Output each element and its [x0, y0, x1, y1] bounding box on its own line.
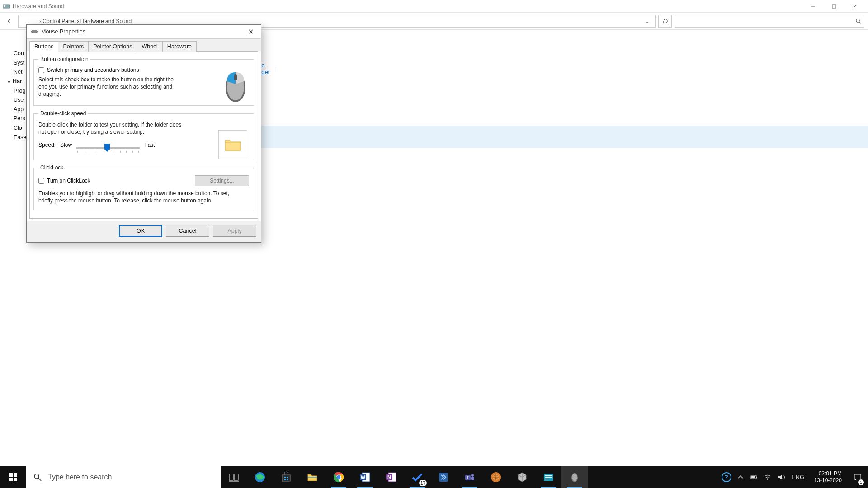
- svg-point-33: [337, 475, 340, 479]
- dialog-close-button[interactable]: [245, 26, 257, 37]
- mouse-icon: [30, 29, 38, 34]
- battery-icon[interactable]: [750, 473, 759, 482]
- speed-label: Speed:: [38, 142, 56, 148]
- svg-rect-18: [9, 478, 13, 481]
- nav-item[interactable]: Ease: [14, 133, 27, 142]
- group-doubleclick: Double-click speed Double-click the fold…: [33, 110, 254, 160]
- nav-item[interactable]: Clo: [14, 123, 27, 133]
- left-nav: Con Syst Net Har Prog Use App Pers Clo E…: [14, 49, 27, 142]
- cancel-button[interactable]: Cancel: [166, 225, 209, 237]
- clicklock-checkbox[interactable]: Turn on ClickLock: [38, 178, 90, 184]
- teams-icon[interactable]: T: [457, 466, 483, 488]
- svg-point-56: [767, 479, 768, 480]
- ok-button[interactable]: OK: [119, 225, 162, 237]
- svg-rect-14: [234, 74, 237, 80]
- group-description: Double-click the folder to test your set…: [38, 121, 188, 136]
- settings-window-icon[interactable]: [535, 466, 561, 488]
- group-clicklock: ClickLock Turn on ClickLock Settings... …: [33, 164, 254, 210]
- todo-badge: 17: [419, 480, 427, 486]
- tab-buttons[interactable]: Buttons: [29, 41, 58, 52]
- nav-item[interactable]: App: [14, 105, 27, 114]
- file-explorer-icon[interactable]: [299, 466, 326, 488]
- svg-rect-1: [4, 5, 5, 7]
- taskbar-apps: W N 17 T: [221, 466, 588, 488]
- svg-line-21: [38, 478, 41, 481]
- svg-rect-49: [545, 477, 552, 478]
- back-button[interactable]: [4, 15, 15, 27]
- word-icon[interactable]: W: [352, 466, 378, 488]
- svg-point-6: [856, 19, 859, 22]
- checkbox-input[interactable]: [38, 178, 44, 184]
- checkbox-label: Turn on ClickLock: [47, 178, 90, 184]
- taskbar-search[interactable]: Type here to search: [26, 466, 221, 488]
- maximize-button[interactable]: [824, 0, 844, 12]
- group-legend: ClickLock: [38, 164, 65, 171]
- tab-pointers[interactable]: Pointers: [58, 41, 89, 52]
- help-icon[interactable]: ?: [722, 472, 731, 482]
- svg-rect-57: [854, 474, 861, 479]
- notifications-button[interactable]: 1: [850, 466, 865, 488]
- app-icon-3d[interactable]: [509, 466, 535, 488]
- volume-icon[interactable]: [777, 473, 786, 482]
- svg-rect-19: [14, 478, 17, 481]
- speed-slider[interactable]: [76, 145, 140, 146]
- checkbox-input[interactable]: [38, 67, 44, 73]
- close-window-button[interactable]: [844, 0, 865, 12]
- svg-rect-27: [284, 477, 286, 478]
- minimize-button[interactable]: [803, 0, 824, 12]
- time: 02:01 PM: [814, 470, 842, 477]
- clock[interactable]: 02:01 PM 13-10-2020: [811, 470, 845, 484]
- svg-rect-22: [229, 474, 233, 480]
- nav-item[interactable]: Prog: [14, 86, 27, 96]
- start-button[interactable]: [0, 466, 26, 488]
- parent-window-title: Hardware and Sound: [13, 3, 64, 9]
- svg-rect-23: [234, 474, 238, 480]
- wifi-icon[interactable]: [763, 473, 772, 482]
- search-icon: [33, 473, 42, 481]
- doubleclick-test-folder[interactable]: [218, 130, 247, 159]
- store-icon[interactable]: [273, 466, 299, 488]
- tray-chevron-up-icon[interactable]: [736, 473, 745, 482]
- chrome-icon[interactable]: [326, 466, 352, 488]
- breadcrumb-2[interactable]: Hardware and Sound: [80, 18, 132, 24]
- nav-item[interactable]: Har: [8, 77, 27, 86]
- taskbar: Type here to search W N 17 T ? ENG 02:01…: [0, 466, 868, 488]
- svg-rect-28: [287, 477, 288, 478]
- tab-body: Button configuration Switch primary and …: [29, 51, 258, 219]
- switch-buttons-checkbox[interactable]: Switch primary and secondary buttons: [38, 67, 249, 73]
- onenote-icon[interactable]: N: [378, 466, 404, 488]
- nav-item[interactable]: Net: [14, 67, 27, 77]
- nav-item[interactable]: Con: [14, 49, 27, 58]
- nav-item[interactable]: Use: [14, 95, 27, 105]
- app-icon-globe[interactable]: [483, 466, 509, 488]
- svg-point-43: [471, 474, 474, 477]
- nav-item[interactable]: Syst: [14, 58, 27, 68]
- search-input[interactable]: [675, 15, 864, 28]
- breadcrumb-sep: ›: [39, 18, 42, 24]
- svg-point-9: [32, 30, 37, 33]
- group-description: Enables you to highlight or drag without…: [38, 190, 237, 204]
- todo-icon[interactable]: 17: [404, 466, 430, 488]
- svg-rect-29: [284, 479, 286, 480]
- refresh-button[interactable]: [658, 15, 672, 28]
- tab-wheel[interactable]: Wheel: [137, 41, 162, 52]
- svg-rect-55: [751, 476, 755, 478]
- dialog-title: Mouse Properties: [41, 28, 85, 35]
- group-button-config: Button configuration Switch primary and …: [33, 56, 254, 106]
- language-indicator[interactable]: ENG: [790, 474, 806, 480]
- task-view-button[interactable]: [221, 466, 247, 488]
- parent-window-titlebar: Hardware and Sound: [0, 0, 868, 13]
- mouse-cp-icon[interactable]: [561, 466, 588, 488]
- chevron-down-icon[interactable]: ⌄: [642, 18, 652, 24]
- app-icon[interactable]: [430, 466, 457, 488]
- group-legend: Double-click speed: [38, 110, 88, 117]
- edge-icon[interactable]: [247, 466, 273, 488]
- dialog-titlebar[interactable]: Mouse Properties: [27, 25, 261, 38]
- tab-hardware[interactable]: Hardware: [162, 41, 197, 52]
- svg-rect-3: [832, 5, 836, 8]
- apply-button: Apply: [213, 225, 256, 237]
- breadcrumb-1[interactable]: Control Panel: [42, 18, 75, 24]
- tab-pointer-options[interactable]: Pointer Options: [88, 41, 137, 52]
- nav-item[interactable]: Pers: [14, 114, 27, 123]
- dialog-button-row: OK Cancel Apply: [27, 221, 261, 242]
